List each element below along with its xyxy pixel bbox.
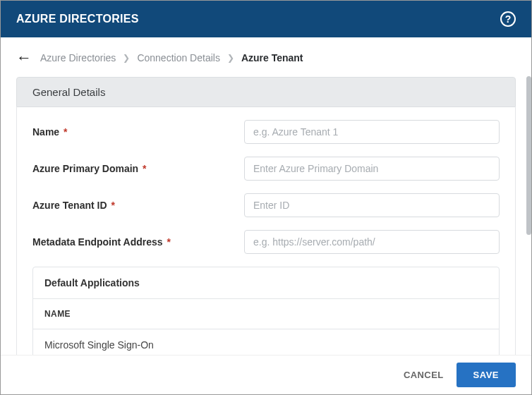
chevron-right-icon: ❯ xyxy=(227,53,234,63)
label-primary-domain: Azure Primary Domain * xyxy=(32,163,244,174)
name-input[interactable] xyxy=(244,120,500,144)
breadcrumb-azure-tenant: Azure Tenant xyxy=(241,52,303,63)
form-row-primary-domain: Azure Primary Domain * xyxy=(32,157,500,181)
modal-header: AZURE DIRECTORIES ? xyxy=(1,1,531,37)
form-row-tenant-id: Azure Tenant ID * xyxy=(32,193,500,217)
form-row-name: Name * xyxy=(32,120,500,144)
label-name: Name * xyxy=(32,126,244,138)
metadata-input[interactable] xyxy=(244,230,500,254)
cancel-button[interactable]: CANCEL xyxy=(404,370,444,380)
label-tenant-id: Azure Tenant ID * xyxy=(32,200,244,211)
save-button[interactable]: SAVE xyxy=(457,363,516,387)
modal-container: AZURE DIRECTORIES ? ← Azure Directories … xyxy=(0,0,532,395)
primary-domain-input[interactable] xyxy=(244,157,500,181)
default-applications-box: Default Applications NAME Microsoft Sing… xyxy=(32,267,500,355)
breadcrumb-row: ← Azure Directories ❯ Connection Details… xyxy=(1,37,531,77)
required-marker: * xyxy=(140,163,146,174)
required-marker: * xyxy=(164,236,171,248)
label-metadata: Metadata Endpoint Address * xyxy=(32,236,244,248)
section-body-general: Name * Azure Primary Domain * Azure Tena… xyxy=(16,107,516,355)
breadcrumb: Azure Directories ❯ Connection Details ❯… xyxy=(40,52,303,63)
required-marker: * xyxy=(109,200,115,211)
table-column-name: NAME xyxy=(33,299,499,329)
breadcrumb-azure-directories[interactable]: Azure Directories xyxy=(40,52,116,63)
header-title: AZURE DIRECTORIES xyxy=(16,13,139,25)
scrollbar-thumb[interactable] xyxy=(526,76,531,235)
modal-footer: CANCEL SAVE xyxy=(1,355,531,394)
chevron-right-icon: ❯ xyxy=(123,53,130,63)
form-row-metadata: Metadata Endpoint Address * xyxy=(32,230,500,254)
content-scroll-area[interactable]: General Details Name * Azure Primary Dom… xyxy=(1,77,531,355)
default-applications-header: Default Applications xyxy=(33,267,499,299)
breadcrumb-connection-details[interactable]: Connection Details xyxy=(137,52,220,63)
back-arrow-icon[interactable]: ← xyxy=(16,49,32,67)
tenant-id-input[interactable] xyxy=(244,193,500,217)
help-icon[interactable]: ? xyxy=(500,11,516,27)
required-marker: * xyxy=(61,126,67,138)
table-row: Microsoft Single Sign-On xyxy=(33,329,499,355)
section-header-general: General Details xyxy=(16,77,516,107)
